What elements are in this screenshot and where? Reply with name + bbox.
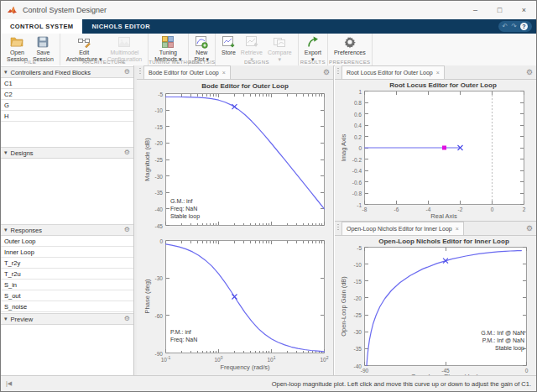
close-tab-icon[interactable]: ×: [436, 70, 440, 76]
tick-label: 0.8: [354, 100, 362, 106]
close-button[interactable]: ×: [512, 1, 536, 19]
tick-label: -5: [357, 244, 362, 250]
status-message: Open-loop magnitude plot. Left click and…: [272, 380, 531, 388]
export-button[interactable]: Export ▾: [302, 34, 324, 63]
drag-handle-icon[interactable]: [337, 68, 339, 76]
root-locus-title: Root Locus Editor for Outer Loop: [389, 81, 497, 89]
gain-margin-annotation: G.M.: inf Freq: NaN Stable loop: [170, 197, 200, 220]
compare-icon: [273, 35, 286, 49]
collapse-arrow-icon: ▾: [4, 316, 8, 322]
tab-nichols-editor-inner-loop[interactable]: Open-Loop Nichols Editor for Inner Loop …: [341, 222, 464, 235]
undo-icon[interactable]: ↶: [503, 24, 508, 30]
drag-handle-icon[interactable]: [139, 68, 141, 76]
closed-loop-pole-marker[interactable]: [442, 146, 446, 150]
drag-handle-icon[interactable]: [337, 224, 339, 232]
list-item-outer-loop[interactable]: Outer Loop: [1, 236, 133, 247]
tick-label: -30: [155, 275, 163, 281]
list-item-s-noise[interactable]: S_noise: [1, 301, 133, 312]
tick-label: -60: [155, 312, 163, 318]
root-locus-ylabel: Imag Axis: [340, 134, 347, 162]
list-item-inner-loop[interactable]: Inner Loop: [1, 247, 133, 258]
tick-label: -10: [155, 107, 163, 113]
tab-control-system[interactable]: CONTROL SYSTEM: [1, 19, 82, 34]
group-analysis: New Plot ▾ ANALYSIS: [189, 34, 216, 65]
tick-label: 0.2: [354, 133, 362, 139]
tick-label: -0.8: [352, 191, 362, 196]
open-session-button[interactable]: Open Session: [4, 34, 30, 63]
tick-label: -0.6: [352, 179, 362, 185]
list-item-g[interactable]: G: [1, 100, 133, 111]
gear-icon[interactable]: ⚙: [323, 69, 330, 76]
tick-label: -4: [426, 206, 431, 212]
redo-icon[interactable]: ↷: [511, 24, 517, 30]
panel-title: Responses: [11, 227, 43, 234]
tick-label: 100: [214, 355, 222, 363]
gear-icon[interactable]: ⚙: [526, 225, 533, 233]
panel-header-designs[interactable]: ▾ Designs ⚙: [1, 147, 133, 159]
matlab-logo-icon: [7, 5, 18, 16]
list-item-s-in[interactable]: S_in: [1, 280, 133, 290]
group-label-architecture: ARCHITECTURE: [60, 60, 148, 65]
gear-icon[interactable]: ⚙: [124, 69, 130, 76]
multimodel-configuration-button: Multimodel Configuration: [105, 34, 145, 63]
list-item-h[interactable]: H: [1, 111, 133, 122]
list-item-t-r2y[interactable]: T_r2y: [1, 258, 133, 269]
store-button[interactable]: Store: [219, 34, 238, 56]
panel-header-controllers[interactable]: ▾ Controllers and Fixed Blocks ⚙: [1, 66, 133, 78]
list-item-t-r2u[interactable]: T_r2u: [1, 269, 133, 280]
tick-label: 1: [358, 88, 362, 94]
tick-label: 0: [358, 145, 362, 151]
tab-bode-editor[interactable]: Bode Editor for Outer Loop ×: [143, 65, 231, 79]
panel-header-preview[interactable]: ▾ Preview ⚙: [1, 313, 133, 325]
list-item-c2[interactable]: C2: [1, 89, 133, 100]
preferences-button[interactable]: Preferences: [331, 34, 368, 56]
tick-label: 0: [159, 238, 163, 243]
panel-title: Preview: [11, 316, 34, 323]
tick-label: 0.4: [354, 123, 362, 128]
tick-label: -35: [155, 190, 163, 196]
group-file: Open Session Save Session FILE: [1, 34, 60, 65]
tick-label: -1: [357, 201, 362, 207]
list-item-s-out[interactable]: S_out: [1, 290, 133, 301]
collapse-arrow-icon: ▾: [4, 227, 8, 233]
close-tab-icon[interactable]: ×: [222, 70, 226, 76]
save-session-button[interactable]: Save Session: [30, 34, 56, 63]
new-plot-icon: [195, 35, 208, 49]
tab-root-locus-editor[interactable]: Root Locus Editor for Outer Loop ×: [341, 65, 445, 79]
tab-label: Bode Editor for Outer Loop: [149, 70, 219, 76]
tab-nichols-editor[interactable]: NICHOLS EDITOR: [82, 19, 159, 34]
group-label-tuning-methods: TUNING METHODS: [149, 60, 187, 65]
export-icon: [306, 35, 320, 49]
gear-icon[interactable]: ⚙: [124, 149, 130, 156]
close-tab-icon[interactable]: ×: [456, 226, 459, 232]
group-designs: Store Retrieve ▾ Compare ▾ DESIGNS: [216, 34, 299, 65]
nichols-margins-annotation: G.M.: Inf @ NaN P.M.: Inf @ NaN Stable l…: [481, 329, 524, 352]
minimize-button[interactable]: –: [463, 1, 487, 19]
tick-label: -20: [354, 295, 362, 301]
edit-architecture-button[interactable]: Edit Architecture ▾: [64, 34, 105, 63]
panel-header-responses[interactable]: ▾ Responses ⚙: [1, 224, 133, 236]
tick-label: -90: [155, 350, 163, 356]
tick-label: 101: [267, 355, 275, 363]
tick-label: -15: [155, 123, 163, 129]
tick-label: -0.4: [352, 168, 362, 174]
gear-icon[interactable]: ⚙: [124, 316, 130, 322]
tick-label: -5: [158, 91, 163, 97]
help-icon[interactable]: ?: [520, 23, 528, 30]
root-locus-axes[interactable]: -8-6-4-20210.80.60.40.20-0.2-0.4-0.6-0.8…: [364, 91, 524, 205]
list-item-c1[interactable]: C1: [1, 78, 133, 89]
group-results: Export ▾ RESULTS: [299, 34, 328, 65]
tuning-methods-button[interactable]: Tuning Methods ▾: [152, 34, 184, 63]
retrieve-button: Retrieve ▾: [238, 34, 265, 63]
gear-icon[interactable]: ⚙: [124, 227, 130, 233]
bode-magnitude-ylabel: Magnitude (dB): [143, 138, 151, 180]
maximize-button[interactable]: □: [487, 1, 512, 19]
root-locus-tab-bar: Root Locus Editor for Outer Loop × ⚙: [335, 65, 536, 80]
collapse-sidebar-icon[interactable]: |◀: [6, 380, 12, 387]
new-plot-button[interactable]: New Plot ▾: [192, 34, 212, 63]
group-label-designs: DESIGNS: [216, 60, 298, 65]
store-icon: [222, 35, 235, 49]
tick-label: -25: [155, 157, 163, 163]
gear-icon[interactable]: ⚙: [526, 69, 533, 76]
control-system-designer-window: Control System Designer – □ × CONTROL SY…: [0, 0, 537, 392]
